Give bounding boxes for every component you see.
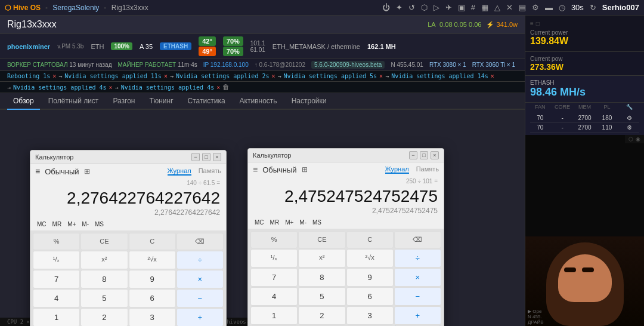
tab-overclock[interactable]: Разгон (107, 93, 141, 110)
calc2-maximize[interactable]: □ (420, 151, 428, 159)
calc1-key-7[interactable]: 7 (33, 270, 80, 288)
calc1-key-6[interactable]: 6 (129, 289, 176, 307)
calc2-key-backspace[interactable]: ⌫ (394, 231, 441, 248)
play-icon[interactable]: ▷ (434, 3, 439, 12)
calc1-close[interactable]: × (213, 153, 221, 161)
calc2-menu-icon[interactable]: ≡ (253, 165, 258, 174)
log-close-1[interactable]: × (164, 73, 168, 79)
calc1-key-9[interactable]: 9 (129, 270, 176, 288)
calc1-key-sub[interactable]: − (177, 289, 224, 307)
tab-flightsheet[interactable]: Полётный лист (42, 93, 105, 110)
calc1-history: 140 ÷ 61.5 = (36, 180, 220, 188)
log-close-5[interactable]: × (109, 84, 113, 91)
calc2-key-ce[interactable]: CE (298, 231, 345, 248)
calc1-key-2[interactable]: 2 (80, 308, 128, 326)
hex-icon[interactable]: ⬡ (421, 3, 428, 12)
calc2-key-inv[interactable]: ¹/ₓ (250, 249, 298, 267)
calc1-key-c[interactable]: C (129, 233, 176, 250)
calc2-mminus[interactable]: M- (298, 219, 308, 226)
calc2-key-mul[interactable]: × (394, 268, 441, 287)
calc1-key-backspace[interactable]: ⌫ (177, 233, 224, 250)
tab-overview[interactable]: Обзор (7, 93, 40, 110)
calc2-key-9[interactable]: 9 (346, 268, 394, 287)
calc1-mc[interactable]: MC (35, 220, 48, 228)
calc2-tab-memory[interactable]: Память (416, 165, 439, 174)
calc2-key-2[interactable]: 2 (298, 306, 345, 325)
table-icon[interactable]: ▦ (481, 3, 488, 12)
calc1-key-add[interactable]: + (177, 308, 224, 326)
calc1-key-8[interactable]: 8 (80, 270, 128, 288)
log-close-0[interactable]: × (52, 73, 56, 79)
calc2-mc[interactable]: MC (253, 219, 266, 226)
plane-icon[interactable]: ✈ (445, 3, 452, 12)
gpu-table: 70 - 2700 180 ⚙ 70 - 2700 110 ⚙ (525, 111, 644, 135)
calc1-key-div[interactable]: ÷ (177, 251, 224, 269)
calc1-key-5[interactable]: 5 (80, 289, 128, 307)
calc2-ms[interactable]: MS (311, 219, 323, 226)
hash-icon[interactable]: # (471, 3, 475, 12)
calc2-minimize[interactable]: − (409, 151, 417, 159)
menu-icon[interactable]: ▤ (519, 3, 526, 12)
calc1-key-ce[interactable]: CE (80, 233, 128, 250)
triangle-icon[interactable]: △ (494, 3, 500, 12)
calc2-key-add[interactable]: + (394, 306, 441, 325)
calc2-close[interactable]: × (431, 151, 439, 159)
calc2-key-c[interactable]: C (346, 231, 394, 248)
calc1-tab-memory[interactable]: Память (199, 167, 221, 176)
calc2-key-5[interactable]: 5 (298, 287, 345, 306)
calc2-key-6[interactable]: 6 (346, 287, 394, 306)
tab-activity[interactable]: Активность (234, 93, 283, 110)
calc1-key-sqrt[interactable]: ²√x (129, 251, 176, 269)
calc2-key-8[interactable]: 8 (298, 268, 345, 287)
calc1-mminus[interactable]: M- (80, 220, 91, 228)
tools-icon[interactable]: ✦ (396, 3, 402, 12)
log-close-2[interactable]: × (271, 73, 275, 79)
calc1-key-4[interactable]: 4 (33, 289, 80, 307)
sync-icon[interactable]: ↻ (590, 3, 596, 12)
calc1-menu-icon[interactable]: ≡ (35, 167, 40, 176)
grid-icon[interactable]: ▣ (458, 3, 465, 12)
calc2-key-3[interactable]: 3 (346, 306, 394, 325)
calc2-key-sq[interactable]: x² (298, 249, 345, 267)
calc1-key-3[interactable]: 3 (129, 308, 176, 326)
calc1-minimize[interactable]: − (191, 153, 200, 161)
calc2-key-div[interactable]: ÷ (394, 249, 441, 267)
tab-tuning[interactable]: Тюнинг (143, 93, 179, 110)
calc1-mr[interactable]: MR (51, 220, 64, 228)
calc2-key-percent[interactable]: % (250, 231, 298, 248)
calc2-mr[interactable]: MR (268, 219, 281, 226)
refresh-icon[interactable]: ↺ (408, 3, 415, 12)
calc2-key-1[interactable]: 1 (250, 306, 298, 325)
calc2-key-sub[interactable]: − (394, 287, 441, 306)
trash-icon[interactable]: 🗑 (222, 83, 230, 91)
calc2-key-4[interactable]: 4 (250, 287, 298, 306)
calc1-key-1[interactable]: 1 (33, 308, 80, 326)
tab-stats[interactable]: Статистика (182, 93, 231, 110)
calc1-key-inv[interactable]: ¹/ₓ (33, 251, 80, 269)
gear-icon[interactable]: ⚙ (532, 3, 539, 12)
calc1-key-percent[interactable]: % (33, 233, 80, 250)
calc1-mplus[interactable]: M+ (66, 220, 78, 228)
nav-user[interactable]: SeregaSoleniy (52, 4, 99, 12)
log-close-4[interactable]: × (491, 73, 494, 79)
calc1-key-mul[interactable]: × (177, 270, 224, 288)
webcam-feed: ▶ Ope N 455. ДРАЙВ (525, 236, 644, 326)
tab-settings[interactable]: Настройки (286, 93, 333, 110)
log-close-6[interactable]: × (216, 84, 220, 91)
calc1-maximize[interactable]: □ (202, 153, 210, 161)
gpu1-extra[interactable]: ⚙ (620, 115, 639, 121)
log-close-3[interactable]: × (379, 73, 383, 79)
nav-rig[interactable]: Rig13x3xxx (112, 4, 148, 12)
calc1-tab-journal[interactable]: Журнал (168, 167, 191, 176)
power-icon[interactable]: ⏻ (382, 3, 390, 12)
calc2-key-7[interactable]: 7 (250, 268, 298, 287)
calc2-mplus[interactable]: M+ (283, 219, 295, 226)
minus-icon[interactable]: ▬ (545, 3, 553, 12)
calc2-tab-journal[interactable]: Журнал (385, 165, 409, 174)
calc1-ms[interactable]: MS (93, 220, 106, 228)
gpu1-fan: 70 (530, 115, 550, 121)
close-icon[interactable]: ✕ (506, 3, 513, 12)
calc1-key-sq[interactable]: x² (80, 251, 128, 269)
gpu2-extra[interactable]: ⚙ (620, 124, 639, 131)
calc2-key-sqrt[interactable]: ²√x (346, 249, 394, 267)
